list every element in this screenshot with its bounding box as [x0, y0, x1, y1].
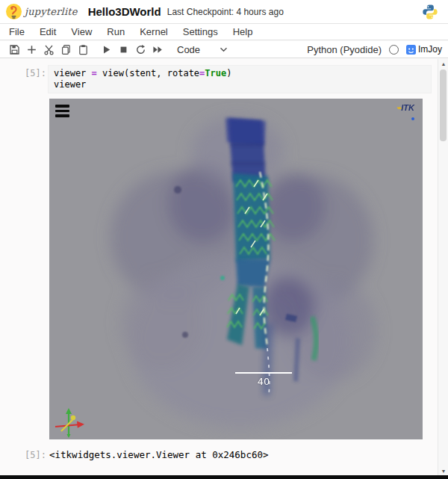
menu-run[interactable]: Run: [99, 24, 132, 40]
imjoy-button[interactable]: ImJoy: [406, 44, 442, 55]
restart-run-all-button[interactable]: [149, 43, 166, 57]
menu-view[interactable]: View: [63, 24, 99, 40]
scroll-down-arrow-icon[interactable]: ▼: [438, 466, 448, 475]
play-icon: [101, 44, 112, 55]
scissors-icon: [43, 44, 55, 55]
output-repr: <itkwidgets.viewer.Viewer at 0x246bc60>: [49, 448, 269, 461]
scrollbar-thumb[interactable]: [440, 69, 447, 141]
clipboard-icon: [78, 44, 89, 55]
copy-icon: [60, 44, 72, 55]
plus-icon: [26, 44, 37, 55]
save-icon: [9, 44, 20, 55]
fast-forward-icon: [152, 44, 164, 55]
itk-3d-viewer[interactable]: ⌁ITK 40: [49, 99, 423, 439]
interrupt-kernel-button[interactable]: [115, 43, 131, 57]
run-cell-button[interactable]: [98, 43, 114, 57]
restart-kernel-button[interactable]: [132, 43, 149, 57]
scale-bar-label: 40: [235, 376, 292, 387]
chevron-down-icon: [220, 43, 228, 56]
notebook-area: [5]: viewer = view(stent, rotate=True) v…: [0, 59, 448, 475]
cell-type-dropdown[interactable]: Code: [177, 43, 228, 56]
jupyterlite-window: jupyterlite Hello3DWorld Last Checkpoint…: [0, 0, 448, 479]
code-cell-editor[interactable]: viewer = view(stent, rotate=True) viewer: [48, 65, 432, 93]
save-button[interactable]: [6, 43, 22, 57]
vertical-scrollbar[interactable]: ▲ ▼: [438, 59, 448, 475]
menu-help[interactable]: Help: [225, 24, 261, 40]
jupyterlite-wordmark: jupyterlite: [25, 6, 78, 17]
jupyterlite-bulb-icon: [6, 4, 22, 19]
scroll-up-arrow-icon[interactable]: ▲: [438, 59, 448, 68]
menu-settings[interactable]: Settings: [175, 24, 225, 40]
cut-cells-button[interactable]: [40, 43, 57, 57]
code-line-2: viewer: [54, 79, 86, 90]
imjoy-icon: [406, 45, 416, 55]
hamburger-icon: [55, 105, 69, 108]
notebook-title[interactable]: Hello3DWorld: [88, 5, 161, 18]
python-logo-icon: [421, 4, 439, 20]
menubar: File Edit View Run Kernel Settings Help: [0, 24, 448, 40]
copy-cells-button[interactable]: [57, 43, 74, 57]
notebook-toolbar: Code Python (Pyodide) ImJoy: [0, 41, 448, 58]
insert-cell-button[interactable]: [23, 43, 40, 57]
code-line-1: viewer = view(stent, rotate=True): [54, 68, 231, 78]
kernel-status-icon[interactable]: [389, 45, 399, 55]
volume-rendering[interactable]: [49, 99, 423, 439]
jupyterlite-logo[interactable]: jupyterlite: [6, 4, 78, 19]
menu-kernel[interactable]: Kernel: [132, 24, 175, 40]
restart-icon: [135, 44, 146, 55]
scale-bar: [235, 372, 292, 374]
menu-edit[interactable]: Edit: [32, 24, 63, 40]
itk-logo: ⌁ITK: [396, 103, 414, 113]
imjoy-label: ImJoy: [418, 44, 442, 55]
orientation-axes-gizmo[interactable]: [52, 407, 87, 439]
cell-type-value: Code: [177, 44, 200, 55]
stop-icon: [118, 44, 129, 55]
paste-cells-button[interactable]: [75, 43, 91, 57]
kernel-name[interactable]: Python (Pyodide): [307, 44, 382, 55]
checkpoint-status: Last Checkpoint: 4 hours ago: [167, 7, 284, 17]
menu-file[interactable]: File: [1, 24, 32, 40]
output-prompt: [5]:: [18, 450, 46, 460]
input-prompt: [5]:: [18, 68, 46, 78]
viewer-menu-button[interactable]: [55, 105, 69, 120]
header: jupyterlite Hello3DWorld Last Checkpoint…: [0, 0, 448, 24]
bottom-bar: [0, 475, 448, 479]
itk-logo-dot: [411, 117, 414, 120]
